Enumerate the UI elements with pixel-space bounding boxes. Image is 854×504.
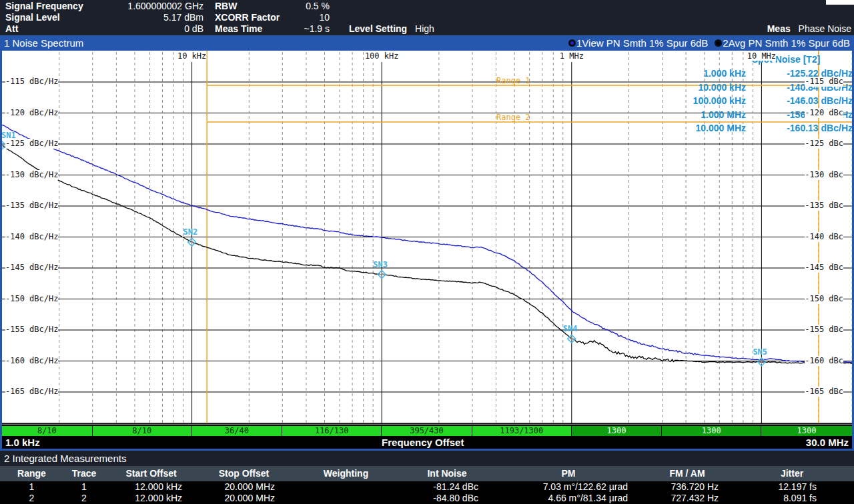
channel-setting-row: Att0 dB — [5, 23, 203, 35]
channel-setting-row: RBW0.5 % — [215, 1, 330, 12]
y-axis-label-left: -115 dBc/Hz — [5, 77, 58, 87]
trace-legend: 1View PN Smth 1% Spur 6dB2Avg PN Smth 1%… — [568, 37, 850, 49]
window2-titlebar[interactable]: 2 Integrated Measurements — [0, 451, 854, 466]
col-header-stop-offset: Stop Offset — [197, 466, 290, 481]
col-header-weighting: Weighting — [290, 466, 402, 481]
col-header-fm-am: FM / AM — [645, 466, 730, 481]
y-axis-label-right: -150 dBc — [805, 294, 843, 304]
y-axis-label-right: -130 dBc — [805, 170, 843, 180]
window1-title: 1 Noise Spectrum — [4, 37, 83, 49]
xcorr-segment: 395/430 — [382, 426, 472, 436]
range-label: Range 2 — [496, 113, 530, 122]
spot-noise-frequency: 1.000 MHz — [653, 108, 746, 121]
y-axis-label-left: -120 dBc/Hz — [5, 108, 58, 118]
channel-setting-value: 1.600000002 GHz — [127, 1, 203, 12]
level-setting-value: High — [415, 23, 434, 34]
fswp-phase-noise-screen: Signal Frequency1.600000002 GHzSignal Le… — [0, 0, 854, 504]
cell-range: 2 — [0, 493, 63, 504]
table-row[interactable]: 2212.000 kHz20.000 MHz-84.80 dBc4.66 m°/… — [0, 493, 854, 504]
col-header-int-noise: Int Noise — [402, 466, 492, 481]
channel-setting-label: Att — [5, 23, 18, 35]
window1-border-left — [0, 35, 2, 451]
cell-fm-am: 727.432 Hz — [645, 493, 730, 504]
spot-noise-frequency: 100.000 kHz — [653, 94, 746, 107]
channel-setting-value: ~1.9 s — [304, 23, 330, 35]
spot-noise-frequency: 1.000 kHz — [653, 67, 746, 80]
cell-trace: 1 — [63, 481, 105, 493]
channel-setting-value: 5.17 dBm — [163, 12, 203, 23]
SN5-marker-label: SN5 — [753, 348, 767, 357]
channel-setting-label: Signal Frequency — [5, 1, 83, 12]
spot-noise-table: Spot Noise [T2] 1.000 kHz-125.22 dBc/Hz1… — [646, 53, 853, 135]
xcorr-segment: 8/10 — [93, 426, 192, 436]
spot-noise-frequency: 10.000 MHz — [653, 121, 746, 135]
channel-info-col2: RBW0.5 %XCORR Factor10Meas Time~1.9 s — [215, 1, 330, 35]
spot-noise-value: -160.13 dBc/Hz — [746, 121, 853, 135]
range-label: Range 1 — [496, 77, 530, 85]
spot-noise-row: 10.000 MHz-160.13 dBc/Hz — [646, 121, 853, 135]
y-axis-label-right: -145 dBc — [805, 263, 843, 273]
cell-jitter: 12.197 fs — [730, 481, 854, 493]
level-setting-label: Level Setting — [349, 23, 407, 34]
y-axis-label-left: -130 dBc/Hz — [5, 170, 58, 180]
cell-trace: 2 — [63, 493, 105, 504]
table-row[interactable]: 1112.000 kHz20.000 MHz-81.24 dBc7.03 m°/… — [0, 481, 854, 493]
cell-range: 1 — [0, 481, 63, 493]
noise-spectrum-plot[interactable]: Spot Noise [T2] 1.000 kHz-125.22 dBc/Hz1… — [0, 51, 854, 425]
y-axis-label-right: -165 dBc — [805, 387, 843, 397]
channel-setting-value: 0 dB — [184, 23, 203, 35]
x-axis-decade-label: 10 MHz — [747, 51, 776, 61]
y-axis-label-right: -135 dBc — [805, 201, 843, 211]
window1-titlebar[interactable]: 1 Noise Spectrum 1View PN Smth 1% Spur 6… — [0, 35, 854, 51]
cell-pm: 7.03 m°/122.62 µrad — [492, 481, 645, 493]
y-axis-label-left: -160 dBc/Hz — [5, 356, 58, 366]
table-header-row: RangeTraceStart OffsetStop OffsetWeighti… — [0, 466, 854, 481]
xcorr-segment: 1300 — [662, 426, 761, 436]
channel-setting-row: Signal Frequency1.600000002 GHz — [5, 1, 203, 12]
trace-1-dot-icon — [568, 39, 576, 47]
y-axis-label-right: -120 dBc — [805, 108, 843, 118]
spot-noise-value: -146.03 dBc/Hz — [746, 94, 853, 107]
legend-trace-1[interactable]: 1View PN Smth 1% Spur 6dB — [568, 37, 708, 49]
window2-title: 2 Integrated Measurements — [4, 453, 126, 464]
x-axis-decade-label: 100 kHz — [365, 51, 399, 61]
y-axis-label-right: -125 dBc — [805, 139, 843, 149]
col-header-start-offset: Start Offset — [105, 466, 197, 481]
y-axis-label-left: -125 dBc/Hz — [5, 139, 58, 149]
y-axis-label-left: -145 dBc/Hz — [5, 263, 58, 273]
x-axis-decade-label: 10 kHz — [177, 51, 206, 61]
spot-noise-row: 100.000 kHz-146.03 dBc/Hz — [646, 94, 853, 107]
cell-stop-offset: 20.000 MHz — [197, 493, 290, 504]
x-axis-decade-label: 1 MHz — [560, 51, 584, 61]
axis-stop-label: 30.0 MHz — [806, 437, 849, 448]
xcorr-segment: 1300 — [761, 426, 852, 436]
cell-jitter: 8.091 fs — [730, 493, 854, 504]
y-axis-label-right: -140 dBc — [805, 232, 843, 242]
cell-int-noise: -81.24 dBc — [402, 481, 492, 493]
channel-setting-label: Meas Time — [215, 23, 262, 35]
integrated-measurements-table: RangeTraceStart OffsetStop OffsetWeighti… — [0, 466, 854, 504]
trace-2-curve — [2, 145, 852, 363]
cell-stop-offset: 20.000 MHz — [197, 481, 290, 493]
y-axis-label-left: -150 dBc/Hz — [5, 294, 58, 304]
channel-setting-row: Meas Time~1.9 s — [215, 23, 330, 35]
cell-weighting — [290, 493, 402, 504]
xcorr-segment: 1193/1300 — [472, 426, 572, 436]
legend-trace-2[interactable]: 2Avg PN Smth 1% Spur 6dB — [715, 37, 850, 49]
channel-setting-value: 10 — [319, 12, 330, 23]
y-axis-label-left: -140 dBc/Hz — [5, 232, 58, 242]
col-header-pm: PM — [492, 466, 645, 481]
meas-mode-value: Phase Noise — [799, 23, 851, 34]
y-axis-label-left: -155 dBc/Hz — [5, 325, 58, 335]
channel-info-col1: Signal Frequency1.600000002 GHzSignal Le… — [5, 1, 203, 35]
y-axis-label-right: -115 dBc — [805, 77, 843, 87]
corner-box — [826, 0, 854, 5]
level-setting: Level Setting High — [349, 23, 434, 35]
xcorr-segment: 116/130 — [282, 426, 382, 436]
cell-start-offset: 12.000 kHz — [105, 481, 197, 493]
meas-mode: Meas Phase Noise — [767, 23, 851, 35]
legend-trace-label: 2Avg PN Smth 1% Spur 6dB — [723, 37, 850, 49]
SN2-marker-label: SN2 — [183, 228, 198, 237]
axis-start-label: 1.0 kHz — [5, 437, 40, 448]
channel-info-bar[interactable]: Signal Frequency1.600000002 GHzSignal Le… — [0, 0, 854, 35]
